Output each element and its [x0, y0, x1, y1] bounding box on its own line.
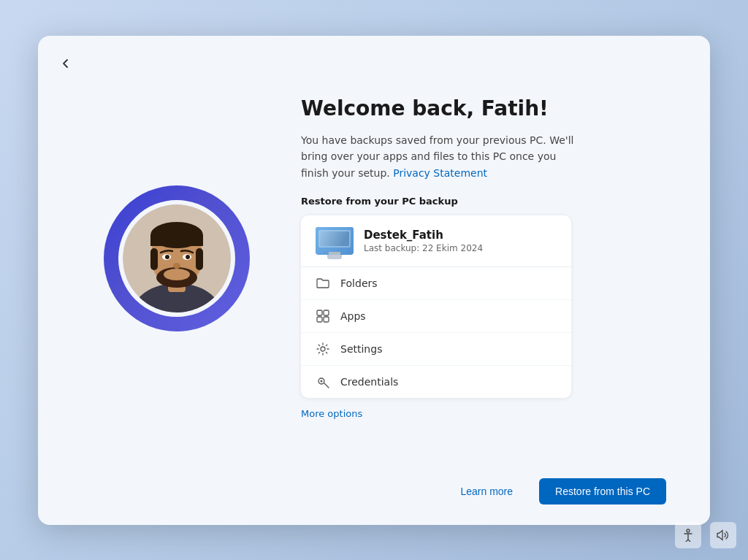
svg-point-14 — [173, 263, 180, 269]
avatar — [123, 204, 231, 312]
backup-items-list: Folders Apps — [301, 267, 571, 398]
backup-name: Destek_Fatih — [364, 229, 483, 242]
settings-icon — [316, 342, 330, 356]
taskbar-icons — [675, 522, 736, 548]
svg-rect-5 — [150, 235, 203, 246]
back-button[interactable] — [54, 52, 77, 75]
backup-item-folders: Folders — [301, 267, 571, 300]
svg-point-9 — [164, 269, 190, 280]
svg-rect-19 — [317, 310, 322, 315]
svg-point-12 — [165, 255, 169, 259]
svg-rect-7 — [196, 248, 203, 270]
backup-item-credentials: Credentials — [301, 366, 571, 398]
restore-label: Restore from your PC backup — [301, 196, 666, 207]
svg-rect-18 — [329, 252, 340, 255]
svg-rect-17 — [320, 231, 349, 246]
avatar-section — [82, 185, 272, 331]
content-area: Welcome back, Fatih! You have backups sa… — [38, 36, 710, 467]
settings-label: Settings — [340, 343, 382, 355]
folders-label: Folders — [340, 277, 378, 289]
privacy-statement-link[interactable]: Privacy Statement — [393, 167, 487, 179]
page-title: Welcome back, Fatih! — [301, 96, 666, 120]
backup-info: Destek_Fatih Last backup: 22 Ekim 2024 — [364, 229, 483, 253]
avatar-ring — [104, 185, 250, 331]
footer: Learn more Restore from this PC — [38, 467, 710, 525]
sound-button[interactable] — [710, 522, 736, 548]
svg-point-26 — [687, 529, 690, 532]
pc-icon — [316, 227, 354, 255]
svg-rect-20 — [324, 310, 329, 315]
svg-point-25 — [321, 380, 323, 383]
avatar-inner — [118, 200, 235, 317]
backup-date: Last backup: 22 Ekim 2024 — [364, 243, 483, 253]
backup-card: Destek_Fatih Last backup: 22 Ekim 2024 F… — [301, 215, 571, 398]
folders-icon — [316, 276, 330, 291]
backup-item-apps: Apps — [301, 300, 571, 333]
svg-point-13 — [186, 255, 190, 259]
apps-icon — [316, 309, 330, 323]
credentials-icon — [316, 375, 330, 389]
right-section: Welcome back, Fatih! You have backups sa… — [272, 96, 666, 420]
svg-point-23 — [321, 347, 325, 351]
svg-rect-6 — [150, 248, 158, 270]
apps-label: Apps — [340, 310, 366, 322]
more-options-link[interactable]: More options — [301, 408, 362, 419]
backup-item-settings: Settings — [301, 333, 571, 366]
credentials-label: Credentials — [340, 376, 398, 388]
restore-button[interactable]: Restore from this PC — [539, 478, 666, 505]
learn-more-button[interactable]: Learn more — [449, 478, 524, 505]
subtitle-text: You have backups saved from your previou… — [301, 132, 579, 181]
svg-rect-22 — [324, 317, 329, 322]
svg-rect-21 — [317, 317, 322, 322]
main-window: Welcome back, Fatih! You have backups sa… — [38, 36, 710, 525]
pc-icon-svg — [316, 227, 354, 255]
accessibility-button[interactable] — [675, 522, 701, 548]
backup-header: Destek_Fatih Last backup: 22 Ekim 2024 — [301, 215, 571, 267]
